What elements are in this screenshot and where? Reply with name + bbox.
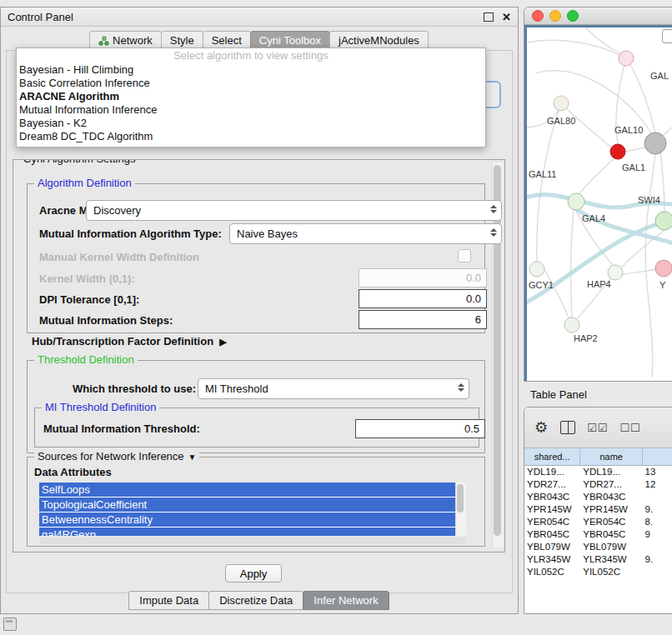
table-cell: YIL052C	[524, 566, 580, 578]
column-header-name[interactable]: name	[580, 448, 643, 465]
unselect-all-columns-icon[interactable]: ☐☐	[619, 422, 640, 434]
tab-label: Network	[113, 34, 153, 47]
table-cell: 9	[643, 528, 672, 541]
node-label: GAL80	[547, 116, 575, 126]
mi-steps-input[interactable]: 6	[359, 310, 487, 329]
mi-threshold-label: Mutual Information Threshold:	[43, 422, 200, 435]
network-edge	[645, 154, 655, 378]
dropdown-item-aracne[interactable]: ARACNE Algorithm	[17, 90, 485, 103]
sources-title[interactable]: Sources for Network Inference▼	[34, 450, 199, 462]
table-row[interactable]: YLR345W YLR345W 9.	[524, 553, 672, 566]
dpi-tolerance-input[interactable]: 0.0	[359, 289, 487, 308]
mi-threshold-input[interactable]: 0.5	[355, 419, 485, 438]
list-horizontal-scrollbar[interactable]	[39, 538, 466, 544]
list-item-betweennesscentrality[interactable]: BetweennessCentrality	[39, 512, 458, 527]
node-label: SWI4	[638, 195, 660, 205]
network-node[interactable]	[655, 260, 672, 277]
list-item-selfloops[interactable]: SelfLoops	[39, 482, 458, 497]
list-item-gal4rgexp[interactable]: gal4RGexp	[39, 528, 458, 536]
close-traffic-light[interactable]	[532, 10, 544, 22]
network-node[interactable]	[619, 51, 634, 66]
node-label: GAL1	[622, 162, 645, 172]
dropdown-item-bayesian-k2[interactable]: Bayesian - K2	[17, 117, 485, 130]
expand-right-icon[interactable]: ▶	[219, 337, 226, 347]
network-node[interactable]	[568, 193, 584, 210]
network-canvas[interactable]: GAL GAL80 GAL10 GAL11 GAL1 SWI4 GAL4 GCY…	[524, 25, 672, 382]
network-overlay-button[interactable]	[662, 29, 672, 43]
dropdown-item-mutual-information[interactable]: Mutual Information Inference	[17, 103, 485, 117]
table-row[interactable]: YPR145W YPR145W 9.	[524, 503, 672, 516]
apply-button[interactable]: Apply	[225, 564, 282, 582]
tab-impute-data[interactable]: Impute Data	[128, 591, 209, 610]
network-node[interactable]	[529, 262, 544, 277]
mi-steps-label: Mutual Information Steps:	[39, 314, 173, 327]
mi-algorithm-type-label: Mutual Information Algorithm Type:	[39, 228, 222, 240]
table-cell: 9.	[643, 553, 672, 566]
combo-value: MI Threshold	[205, 382, 268, 395]
column-header-shared-name[interactable]: shared...	[524, 448, 580, 465]
dropdown-item-dream8[interactable]: Dream8 DC_TDC Algorithm	[17, 130, 485, 143]
gear-icon[interactable]: ⚙	[534, 418, 549, 437]
table-cell: YBR045C	[524, 528, 580, 541]
minimize-traffic-light[interactable]	[549, 10, 561, 22]
node-label: GAL4	[582, 213, 605, 223]
table-cell: YBL079W	[580, 541, 642, 553]
network-window-titlebar[interactable]	[524, 8, 672, 25]
sources-group: Sources for Network Inference▼ Data Attr…	[27, 457, 485, 547]
network-node[interactable]	[554, 96, 569, 111]
list-scrollbar[interactable]	[455, 482, 466, 536]
table-row[interactable]: YDR27... YDR27... 12	[524, 478, 672, 491]
network-icon	[98, 36, 109, 46]
network-node[interactable]	[608, 265, 623, 280]
table-row[interactable]: YBR045C YBR045C 9	[524, 528, 672, 541]
tab-infer-network[interactable]: Infer Network	[303, 591, 389, 610]
float-window-icon[interactable]	[484, 12, 494, 22]
node-label: GCY1	[529, 280, 554, 290]
table-row[interactable]: YER054C YER054C 8.	[524, 516, 672, 528]
manual-kernel-width-checkbox[interactable]	[458, 249, 471, 262]
table-cell: YIL052C	[580, 566, 642, 578]
network-node-selected[interactable]	[610, 144, 625, 159]
network-edge	[537, 103, 561, 262]
table-row[interactable]: YIL052C YIL052C	[524, 566, 672, 578]
threshold-definition-group: Threshold Definition Which threshold to …	[27, 360, 485, 453]
algorithm-definition-title: Algorithm Definition	[34, 177, 135, 189]
columns-icon[interactable]	[560, 421, 575, 434]
control-panel-titlebar[interactable]: Control Panel ✕	[1, 8, 518, 27]
column-header[interactable]	[643, 448, 672, 465]
which-threshold-select[interactable]: MI Threshold	[198, 378, 469, 399]
expand-down-icon[interactable]: ▼	[188, 452, 197, 462]
network-node[interactable]	[655, 212, 672, 230]
table-row[interactable]: YBR043C YBR043C	[524, 491, 672, 503]
field-value: 0.0	[466, 292, 481, 305]
table-cell: 9.	[643, 503, 672, 516]
minimized-panel-icon[interactable]	[3, 618, 17, 631]
tab-discretize-data[interactable]: Discretize Data	[208, 591, 303, 610]
combo-value: Naive Bayes	[237, 228, 298, 240]
algorithm-definition-group: Algorithm Definition Aracne Mode: Discov…	[27, 183, 485, 333]
network-node[interactable]	[644, 132, 666, 154]
dropdown-item-basic-correlation[interactable]: Basic Correlation Inference	[17, 77, 485, 90]
table-row[interactable]: YBL079W YBL079W	[524, 541, 672, 553]
dropdown-item-bayesian-hill-climbing[interactable]: Bayesian - Hill Climbing	[17, 63, 485, 77]
network-node[interactable]	[564, 318, 579, 332]
tab-label: Select	[212, 34, 242, 47]
select-all-columns-icon[interactable]: ☑☑	[587, 422, 608, 434]
algorithm-dropdown-popup: Select algorithm to view settings Bayesi…	[16, 48, 486, 148]
list-item-topologicalcoefficient[interactable]: TopologicalCoefficient	[39, 498, 458, 512]
network-edge	[579, 159, 614, 194]
table-cell: 8.	[643, 516, 672, 528]
scrollbar-thumb[interactable]	[457, 484, 464, 512]
hub-definition-expander[interactable]: Hub/Transcription Factor Definition▶	[32, 335, 227, 348]
kernel-width-input[interactable]: 0.0	[359, 268, 487, 288]
table-row[interactable]: YDL19... YDL19... 13	[524, 466, 672, 478]
kernel-width-label: Kernel Width (0,1):	[39, 272, 135, 285]
aracne-mode-select[interactable]: Discovery	[86, 200, 502, 221]
mi-algorithm-type-select[interactable]: Naive Bayes	[229, 223, 502, 244]
network-edge	[623, 269, 656, 274]
tab-label: Infer Network	[313, 594, 378, 607]
combo-arrows-icon	[490, 205, 497, 213]
zoom-traffic-light[interactable]	[567, 10, 579, 22]
data-attributes-list[interactable]: SelfLoops TopologicalCoefficient Between…	[39, 482, 466, 536]
close-icon[interactable]: ✕	[502, 11, 511, 23]
